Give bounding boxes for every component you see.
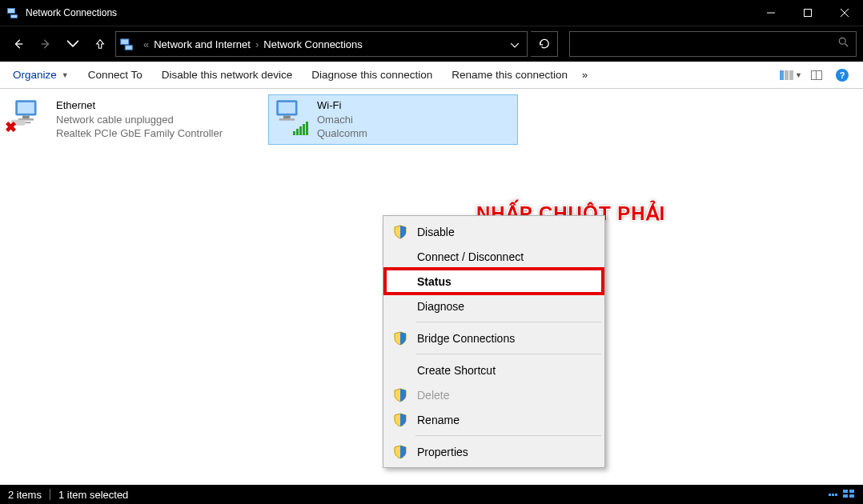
network-icon: [119, 37, 134, 51]
minimize-button[interactable]: [753, 0, 789, 26]
shield-icon: [393, 445, 407, 459]
menu-status[interactable]: Status: [385, 269, 603, 294]
organize-menu[interactable]: Organize▼: [8, 66, 78, 84]
svg-rect-13: [126, 46, 132, 50]
connection-adapter: Qualcomm: [317, 126, 367, 141]
connection-item-wifi[interactable]: Wi-Fi Omachi Qualcomm: [269, 95, 517, 144]
svg-rect-11: [121, 39, 128, 44]
svg-rect-18: [22, 116, 30, 119]
chevron-down-icon: ▼: [795, 71, 802, 79]
disconnect-x-icon: ✖: [5, 118, 17, 137]
window-title: Network Connections: [26, 7, 753, 18]
menu-disable[interactable]: Disable: [385, 219, 603, 244]
svg-rect-1: [8, 9, 14, 13]
menu-rename[interactable]: Rename: [385, 407, 603, 432]
svg-rect-25: [843, 490, 848, 493]
recent-dropdown[interactable]: [61, 32, 85, 56]
status-bar: 2 items 1 item selected: [0, 485, 863, 504]
menu-delete: Delete: [385, 382, 603, 407]
connection-status: Omachi: [317, 113, 367, 127]
menu-separator: [415, 322, 601, 322]
svg-rect-27: [843, 494, 848, 498]
menu-create-shortcut[interactable]: Create Shortcut: [385, 358, 603, 382]
menu-separator: [415, 354, 601, 354]
connection-name: Ethernet: [56, 98, 223, 113]
connection-status: Network cable unplugged: [56, 113, 223, 127]
svg-rect-24: [279, 118, 295, 121]
shield-icon: [393, 225, 407, 239]
content-area: ✖ Ethernet Network cable unplugged Realt…: [0, 89, 863, 485]
preview-pane-button[interactable]: [805, 65, 828, 86]
svg-rect-26: [849, 490, 854, 493]
refresh-button[interactable]: [531, 31, 558, 57]
back-button[interactable]: [6, 32, 30, 56]
toolbar-overflow[interactable]: »: [577, 69, 592, 81]
diagnose-button[interactable]: Diagnose this connection: [302, 66, 442, 84]
breadcrumb[interactable]: « Network and Internet › Network Connect…: [115, 31, 528, 57]
menu-separator: [415, 435, 601, 436]
connection-name: Wi-Fi: [317, 98, 367, 113]
status-item-count: 2 items: [8, 489, 42, 501]
disable-device-button[interactable]: Disable this network device: [152, 66, 303, 84]
search-input[interactable]: [569, 31, 857, 57]
signal-bars-icon: [293, 122, 308, 135]
wifi-adapter-icon: [272, 98, 311, 137]
network-icon: [6, 6, 19, 19]
context-menu: Disable Connect / Disconnect Status Diag…: [383, 215, 605, 468]
breadcrumb-dropdown[interactable]: [503, 38, 527, 50]
view-details-button[interactable]: [829, 494, 837, 496]
toolbar: Organize▼ Connect To Disable this networ…: [0, 62, 863, 89]
svg-rect-23: [283, 116, 291, 119]
shield-icon: [393, 413, 407, 427]
chevron-left-icon[interactable]: «: [143, 38, 149, 50]
menu-connect-disconnect[interactable]: Connect / Disconnect: [385, 244, 603, 269]
menu-bridge[interactable]: Bridge Connections: [385, 326, 603, 350]
status-selection-count: 1 item selected: [58, 489, 128, 501]
close-button[interactable]: [826, 0, 863, 26]
svg-rect-3: [11, 15, 17, 18]
svg-rect-5: [805, 10, 812, 17]
svg-rect-22: [279, 102, 295, 114]
shield-icon: [393, 331, 407, 346]
nav-bar: « Network and Internet › Network Connect…: [0, 26, 863, 62]
up-button[interactable]: [88, 32, 112, 56]
forward-button[interactable]: [34, 32, 58, 56]
connection-adapter: Realtek PCIe GbE Family Controller: [56, 126, 223, 141]
svg-rect-28: [849, 494, 854, 498]
connect-to-button[interactable]: Connect To: [78, 66, 152, 84]
view-layout-button[interactable]: ▼: [780, 65, 802, 86]
breadcrumb-part[interactable]: Network Connections: [263, 38, 363, 50]
chevron-down-icon: ▼: [62, 71, 69, 79]
svg-line-15: [845, 44, 849, 47]
menu-diagnose[interactable]: Diagnose: [385, 294, 603, 318]
search-icon: [838, 37, 849, 51]
maximize-button[interactable]: [789, 0, 826, 26]
title-bar: Network Connections: [0, 0, 863, 26]
svg-rect-17: [18, 102, 34, 114]
rename-button[interactable]: Rename this connection: [442, 66, 577, 84]
connection-item-ethernet[interactable]: ✖ Ethernet Network cable unplugged Realt…: [8, 95, 256, 144]
view-large-icons-button[interactable]: [842, 489, 855, 501]
ethernet-adapter-icon: ✖: [11, 98, 50, 137]
breadcrumb-part[interactable]: Network and Internet: [154, 38, 251, 50]
chevron-right-icon: ›: [255, 38, 259, 50]
help-button[interactable]: ?: [831, 65, 853, 86]
svg-point-14: [839, 38, 845, 44]
menu-properties[interactable]: Properties: [385, 439, 603, 464]
shield-icon: [393, 388, 407, 402]
